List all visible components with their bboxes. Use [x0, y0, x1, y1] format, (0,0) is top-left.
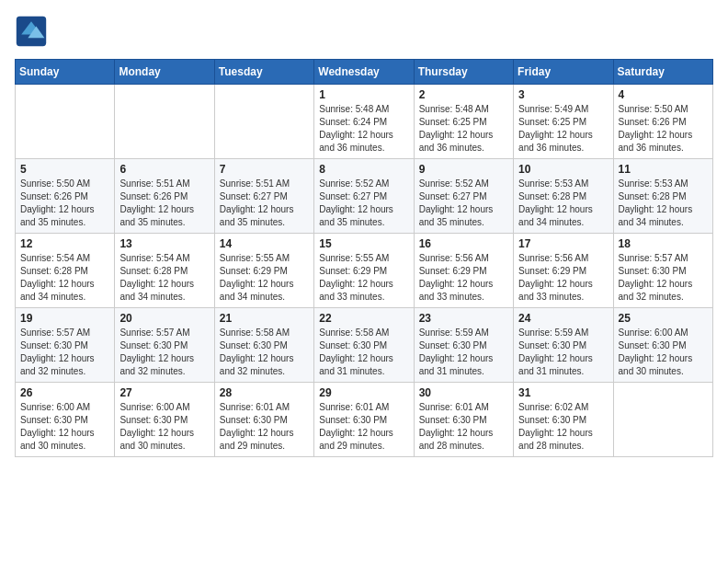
- calendar-cell: 11Sunrise: 5:53 AM Sunset: 6:28 PM Dayli…: [613, 159, 712, 234]
- day-number: 12: [20, 237, 109, 250]
- day-info: Sunrise: 6:02 AM Sunset: 6:30 PM Dayligh…: [518, 401, 608, 453]
- logo-icon: [15, 15, 48, 48]
- day-number: 21: [220, 312, 309, 325]
- day-number: 15: [319, 237, 408, 250]
- calendar-cell: 31Sunrise: 6:02 AM Sunset: 6:30 PM Dayli…: [514, 383, 613, 457]
- day-number: 17: [518, 237, 608, 250]
- calendar-cell: 24Sunrise: 5:59 AM Sunset: 6:30 PM Dayli…: [514, 308, 613, 383]
- weekday-header-monday: Monday: [115, 60, 214, 85]
- week-row-3: 12Sunrise: 5:54 AM Sunset: 6:28 PM Dayli…: [16, 234, 713, 308]
- day-info: Sunrise: 5:54 AM Sunset: 6:28 PM Dayligh…: [20, 252, 109, 304]
- day-info: Sunrise: 5:59 AM Sunset: 6:30 PM Dayligh…: [419, 327, 508, 378]
- day-number: 24: [518, 312, 608, 325]
- calendar-cell: 29Sunrise: 6:01 AM Sunset: 6:30 PM Dayli…: [314, 383, 414, 457]
- day-info: Sunrise: 6:01 AM Sunset: 6:30 PM Dayligh…: [319, 401, 408, 453]
- calendar-cell: 10Sunrise: 5:53 AM Sunset: 6:28 PM Dayli…: [514, 159, 613, 234]
- calendar-cell: 5Sunrise: 5:50 AM Sunset: 6:26 PM Daylig…: [16, 159, 115, 234]
- calendar-cell: 7Sunrise: 5:51 AM Sunset: 6:27 PM Daylig…: [214, 159, 313, 234]
- weekday-header-friday: Friday: [514, 60, 613, 85]
- day-info: Sunrise: 5:56 AM Sunset: 6:29 PM Dayligh…: [419, 252, 508, 304]
- calendar-cell: 25Sunrise: 6:00 AM Sunset: 6:30 PM Dayli…: [613, 308, 712, 383]
- day-number: 16: [419, 237, 508, 250]
- day-number: 19: [20, 312, 109, 325]
- day-number: 11: [619, 163, 708, 176]
- day-info: Sunrise: 5:58 AM Sunset: 6:30 PM Dayligh…: [220, 327, 309, 378]
- day-info: Sunrise: 5:52 AM Sunset: 6:27 PM Dayligh…: [419, 178, 508, 229]
- page-header: [15, 15, 713, 48]
- day-info: Sunrise: 5:49 AM Sunset: 6:25 PM Dayligh…: [518, 103, 608, 155]
- calendar-cell: 1Sunrise: 5:48 AM Sunset: 6:24 PM Daylig…: [314, 85, 414, 159]
- calendar-cell: 28Sunrise: 6:01 AM Sunset: 6:30 PM Dayli…: [214, 383, 313, 457]
- day-number: 4: [619, 88, 708, 101]
- weekday-header-row: SundayMondayTuesdayWednesdayThursdayFrid…: [16, 60, 713, 85]
- calendar-cell: 27Sunrise: 6:00 AM Sunset: 6:30 PM Dayli…: [115, 383, 214, 457]
- calendar-cell: 12Sunrise: 5:54 AM Sunset: 6:28 PM Dayli…: [16, 234, 115, 308]
- calendar-cell: 6Sunrise: 5:51 AM Sunset: 6:26 PM Daylig…: [115, 159, 214, 234]
- day-info: Sunrise: 5:52 AM Sunset: 6:27 PM Dayligh…: [319, 178, 408, 229]
- calendar-cell: [16, 85, 115, 159]
- day-number: 13: [119, 237, 209, 250]
- day-info: Sunrise: 5:57 AM Sunset: 6:30 PM Dayligh…: [119, 327, 209, 378]
- weekday-header-thursday: Thursday: [414, 60, 513, 85]
- day-number: 30: [419, 386, 508, 399]
- day-number: 5: [20, 163, 109, 176]
- day-info: Sunrise: 5:53 AM Sunset: 6:28 PM Dayligh…: [518, 178, 608, 229]
- day-info: Sunrise: 5:48 AM Sunset: 6:25 PM Dayligh…: [419, 103, 508, 155]
- day-info: Sunrise: 5:51 AM Sunset: 6:27 PM Dayligh…: [220, 178, 309, 229]
- weekday-header-saturday: Saturday: [613, 60, 712, 85]
- calendar-cell: 9Sunrise: 5:52 AM Sunset: 6:27 PM Daylig…: [414, 159, 513, 234]
- day-info: Sunrise: 5:57 AM Sunset: 6:30 PM Dayligh…: [619, 252, 708, 304]
- day-number: 23: [419, 312, 508, 325]
- day-info: Sunrise: 6:00 AM Sunset: 6:30 PM Dayligh…: [20, 401, 109, 453]
- calendar-cell: 18Sunrise: 5:57 AM Sunset: 6:30 PM Dayli…: [613, 234, 712, 308]
- day-number: 18: [619, 237, 708, 250]
- day-number: 27: [119, 386, 209, 399]
- calendar-cell: 26Sunrise: 6:00 AM Sunset: 6:30 PM Dayli…: [16, 383, 115, 457]
- day-info: Sunrise: 5:48 AM Sunset: 6:24 PM Dayligh…: [319, 103, 408, 155]
- day-number: 26: [20, 386, 109, 399]
- week-row-5: 26Sunrise: 6:00 AM Sunset: 6:30 PM Dayli…: [16, 383, 713, 457]
- calendar-cell: 22Sunrise: 5:58 AM Sunset: 6:30 PM Dayli…: [314, 308, 414, 383]
- calendar-cell: 19Sunrise: 5:57 AM Sunset: 6:30 PM Dayli…: [16, 308, 115, 383]
- day-number: 1: [319, 88, 408, 101]
- day-number: 29: [319, 386, 408, 399]
- day-info: Sunrise: 5:55 AM Sunset: 6:29 PM Dayligh…: [319, 252, 408, 304]
- calendar-cell: [214, 85, 313, 159]
- calendar-cell: 2Sunrise: 5:48 AM Sunset: 6:25 PM Daylig…: [414, 85, 513, 159]
- calendar-cell: 21Sunrise: 5:58 AM Sunset: 6:30 PM Dayli…: [214, 308, 313, 383]
- day-info: Sunrise: 6:00 AM Sunset: 6:30 PM Dayligh…: [119, 401, 209, 453]
- day-number: 9: [419, 163, 508, 176]
- day-info: Sunrise: 5:54 AM Sunset: 6:28 PM Dayligh…: [119, 252, 209, 304]
- calendar-cell: [115, 85, 214, 159]
- calendar-cell: 15Sunrise: 5:55 AM Sunset: 6:29 PM Dayli…: [314, 234, 414, 308]
- calendar-cell: 4Sunrise: 5:50 AM Sunset: 6:26 PM Daylig…: [613, 85, 712, 159]
- day-info: Sunrise: 6:01 AM Sunset: 6:30 PM Dayligh…: [419, 401, 508, 453]
- day-info: Sunrise: 5:55 AM Sunset: 6:29 PM Dayligh…: [220, 252, 309, 304]
- weekday-header-sunday: Sunday: [16, 60, 115, 85]
- day-info: Sunrise: 5:57 AM Sunset: 6:30 PM Dayligh…: [20, 327, 109, 378]
- day-number: 3: [518, 88, 608, 101]
- calendar-cell: 13Sunrise: 5:54 AM Sunset: 6:28 PM Dayli…: [115, 234, 214, 308]
- day-info: Sunrise: 5:58 AM Sunset: 6:30 PM Dayligh…: [319, 327, 408, 378]
- day-info: Sunrise: 5:59 AM Sunset: 6:30 PM Dayligh…: [518, 327, 608, 378]
- weekday-header-wednesday: Wednesday: [314, 60, 414, 85]
- week-row-2: 5Sunrise: 5:50 AM Sunset: 6:26 PM Daylig…: [16, 159, 713, 234]
- day-number: 14: [220, 237, 309, 250]
- day-number: 28: [220, 386, 309, 399]
- calendar-cell: 3Sunrise: 5:49 AM Sunset: 6:25 PM Daylig…: [514, 85, 613, 159]
- day-info: Sunrise: 5:53 AM Sunset: 6:28 PM Dayligh…: [619, 178, 708, 229]
- day-info: Sunrise: 6:01 AM Sunset: 6:30 PM Dayligh…: [220, 401, 309, 453]
- day-number: 25: [619, 312, 708, 325]
- calendar-cell: 8Sunrise: 5:52 AM Sunset: 6:27 PM Daylig…: [314, 159, 414, 234]
- day-number: 8: [319, 163, 408, 176]
- day-info: Sunrise: 5:50 AM Sunset: 6:26 PM Dayligh…: [619, 103, 708, 155]
- logo: [15, 15, 51, 48]
- day-number: 10: [518, 163, 608, 176]
- calendar-cell: 14Sunrise: 5:55 AM Sunset: 6:29 PM Dayli…: [214, 234, 313, 308]
- day-number: 31: [518, 386, 608, 399]
- day-info: Sunrise: 5:51 AM Sunset: 6:26 PM Dayligh…: [119, 178, 209, 229]
- calendar-cell: 30Sunrise: 6:01 AM Sunset: 6:30 PM Dayli…: [414, 383, 513, 457]
- calendar-cell: 16Sunrise: 5:56 AM Sunset: 6:29 PM Dayli…: [414, 234, 513, 308]
- calendar-cell: [613, 383, 712, 457]
- day-info: Sunrise: 5:50 AM Sunset: 6:26 PM Dayligh…: [20, 178, 109, 229]
